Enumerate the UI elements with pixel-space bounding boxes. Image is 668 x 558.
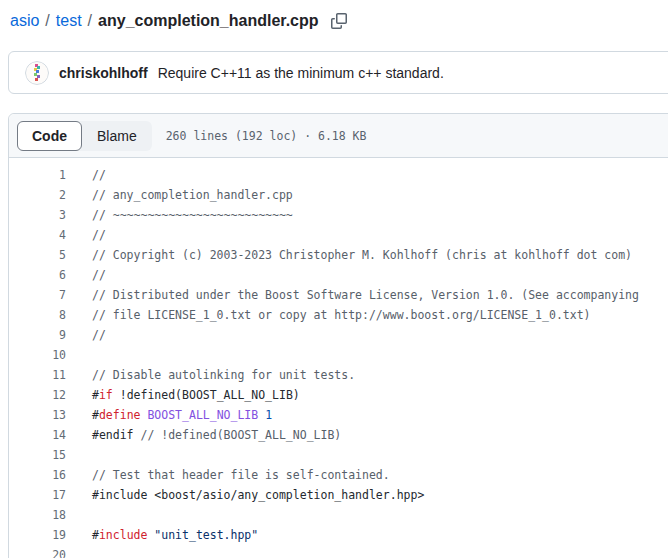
line-number[interactable]: 7 (9, 285, 66, 305)
commit-message[interactable]: Require C++11 as the minimum c++ standar… (158, 65, 444, 81)
line-content: #if !defined(BOOST_ALL_NO_LIB) (92, 385, 300, 405)
breadcrumb-separator: / (39, 10, 55, 31)
code-line[interactable]: 4// (9, 225, 668, 245)
line-content: // file LICENSE_1_0.txt or copy at http:… (92, 305, 591, 325)
code-line[interactable]: 9// (9, 325, 668, 345)
line-content: #include "unit_test.hpp" (92, 525, 258, 545)
line-number[interactable]: 11 (9, 365, 66, 385)
line-content: // (92, 225, 106, 245)
code-line[interactable]: 17#include <boost/asio/any_completion_ha… (9, 485, 668, 505)
code-line[interactable]: 5// Copyright (c) 2003-2023 Christopher … (9, 245, 668, 265)
commit-author[interactable]: chriskohlhoff (59, 65, 148, 81)
code-blame-toggle: Code Blame (17, 121, 152, 151)
code-line[interactable]: 2// any_completion_handler.cpp (9, 185, 668, 205)
line-content: // Test that header file is self-contain… (92, 465, 390, 485)
line-number[interactable]: 17 (9, 485, 66, 505)
copy-icon (331, 13, 347, 29)
line-content: // any_completion_handler.cpp (92, 185, 293, 205)
code-line[interactable]: 20 (9, 545, 668, 558)
code-line[interactable]: 12#if !defined(BOOST_ALL_NO_LIB) (9, 385, 668, 405)
line-number[interactable]: 14 (9, 425, 66, 445)
line-number[interactable]: 4 (9, 225, 66, 245)
breadcrumb-separator: / (82, 10, 98, 31)
breadcrumb: asio / test / any_completion_handler.cpp (0, 0, 668, 31)
line-content: #include <boost/asio/any_completion_hand… (92, 485, 424, 505)
line-number[interactable]: 1 (9, 165, 66, 185)
line-number[interactable]: 3 (9, 205, 66, 225)
line-content: // Disable autolinking for unit tests. (92, 365, 355, 385)
breadcrumb-repo-link[interactable]: asio (10, 10, 39, 31)
breadcrumb-file-name: any_completion_handler.cpp (98, 10, 319, 31)
line-number[interactable]: 13 (9, 405, 66, 425)
line-content: // Copyright (c) 2003-2023 Christopher M… (92, 245, 632, 265)
line-number[interactable]: 10 (9, 345, 66, 365)
tab-code[interactable]: Code (17, 121, 82, 151)
line-content: // (92, 325, 106, 345)
code-line[interactable]: 16// Test that header file is self-conta… (9, 465, 668, 485)
commit-bar: chriskohlhoff Require C++11 as the minim… (8, 51, 668, 94)
code-line[interactable]: 13#define BOOST_ALL_NO_LIB 1 (9, 405, 668, 425)
code-line[interactable]: 10 (9, 345, 668, 365)
line-number[interactable]: 6 (9, 265, 66, 285)
line-content: #endif // !defined(BOOST_ALL_NO_LIB) (92, 425, 341, 445)
avatar[interactable] (25, 61, 49, 85)
code-line[interactable]: 7// Distributed under the Boost Software… (9, 285, 668, 305)
line-number[interactable]: 2 (9, 185, 66, 205)
line-number[interactable]: 16 (9, 465, 66, 485)
line-content: #define BOOST_ALL_NO_LIB 1 (92, 405, 272, 425)
code-line[interactable]: 11// Disable autolinking for unit tests. (9, 365, 668, 385)
line-number[interactable]: 9 (9, 325, 66, 345)
line-number[interactable]: 18 (9, 505, 66, 525)
line-content: // (92, 165, 106, 185)
line-number[interactable]: 8 (9, 305, 66, 325)
line-number[interactable]: 12 (9, 385, 66, 405)
line-content: // (92, 265, 106, 285)
code-line[interactable]: 3// ~~~~~~~~~~~~~~~~~~~~~~~~~~ (9, 205, 668, 225)
code-container: Code Blame 260 lines (192 loc) · 6.18 KB… (8, 113, 668, 558)
line-number[interactable]: 5 (9, 245, 66, 265)
line-number[interactable]: 19 (9, 525, 66, 545)
tab-blame[interactable]: Blame (82, 121, 152, 151)
line-number[interactable]: 15 (9, 445, 66, 465)
code-line[interactable]: 6// (9, 265, 668, 285)
line-content: // Distributed under the Boost Software … (92, 285, 639, 305)
breadcrumb-folder-link[interactable]: test (56, 10, 82, 31)
code-line[interactable]: 1// (9, 165, 668, 185)
file-info: 260 lines (192 loc) · 6.18 KB (166, 129, 367, 143)
copy-path-button[interactable] (331, 13, 347, 29)
code-header: Code Blame 260 lines (192 loc) · 6.18 KB (9, 114, 668, 158)
code-line[interactable]: 18 (9, 505, 668, 525)
code-line[interactable]: 8// file LICENSE_1_0.txt or copy at http… (9, 305, 668, 325)
code-line[interactable]: 15 (9, 445, 668, 465)
code-line[interactable]: 14#endif // !defined(BOOST_ALL_NO_LIB) (9, 425, 668, 445)
line-number[interactable]: 20 (9, 545, 66, 558)
code-line[interactable]: 19#include "unit_test.hpp" (9, 525, 668, 545)
line-content: // ~~~~~~~~~~~~~~~~~~~~~~~~~~ (92, 205, 293, 225)
code-body: 1//2// any_completion_handler.cpp3// ~~~… (9, 158, 668, 558)
